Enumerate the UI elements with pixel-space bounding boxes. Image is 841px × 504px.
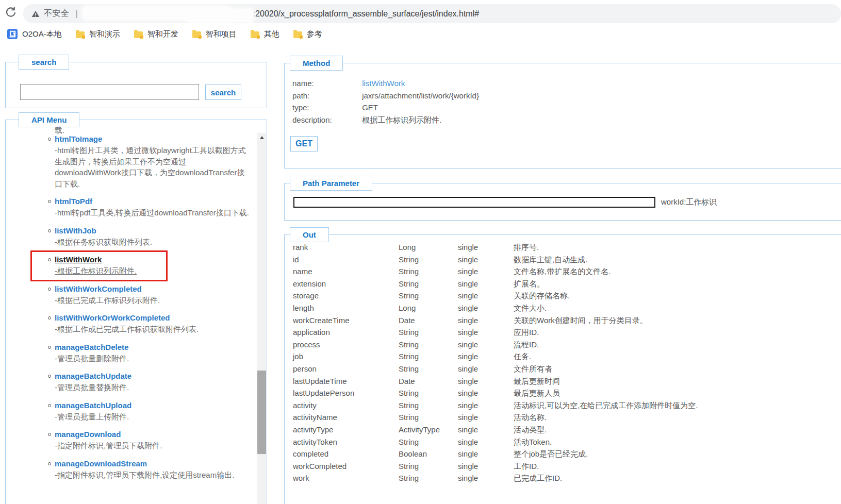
search-button[interactable]: search <box>205 85 241 100</box>
api-method-link[interactable]: listWithWorkCompleted <box>55 283 142 295</box>
api-method-link[interactable]: htmlToPdf <box>55 196 92 207</box>
out-table-row: person String single 文件所有者 <box>293 363 841 375</box>
out-field-cardinality: single <box>458 460 514 473</box>
api-method-link[interactable]: listWithJob <box>55 225 96 237</box>
scrollbar-thumb[interactable] <box>257 371 266 454</box>
out-field-type: String <box>399 460 458 473</box>
url-separator: | <box>76 9 78 19</box>
path-parameter-legend: Path Parameter <box>290 176 372 191</box>
out-field-type: Boolean <box>399 448 458 460</box>
bookmark-item[interactable]: 智和项目 <box>192 29 237 39</box>
method-detail-label: description: <box>292 114 360 126</box>
folder-icon <box>293 31 302 38</box>
api-menu-list: 载. htmlToImage -html转图片工具类，通过微软playwrigh… <box>6 121 257 504</box>
workid-input[interactable] <box>293 197 655 208</box>
api-menu-item[interactable]: listWithWorkOrWorkCompleted -根据工作或已完成工作标… <box>6 312 257 335</box>
out-field-description: 关联的Work创建时间，用于分类目录。 <box>514 314 841 327</box>
out-field-type: Date <box>399 375 458 388</box>
out-field-type: String <box>399 278 458 290</box>
scrollbar-up-arrow-icon[interactable] <box>257 133 266 142</box>
out-field-type: Date <box>399 314 458 327</box>
out-field-description: 流程ID. <box>514 339 841 351</box>
folder-icon <box>76 31 85 38</box>
out-field-cardinality: single <box>458 241 514 254</box>
api-menu-item[interactable]: manageBatchDelete -管理员批量删除附件. <box>6 342 257 364</box>
reload-icon[interactable] <box>5 6 17 19</box>
get-request-button[interactable]: GET <box>290 136 318 152</box>
out-table: rank Long single 排序号. id String single 数… <box>293 241 841 484</box>
circle-bullet-icon <box>48 288 51 291</box>
method-panel: Method name: listWithWork path: jaxrs/at… <box>284 63 841 169</box>
api-method-link[interactable]: htmlToImage <box>55 133 102 145</box>
menu-scrollbar[interactable] <box>257 133 266 504</box>
browser-toolbar: 不安全 | :20020/x_processplatform_assemble_… <box>0 0 841 24</box>
bookmark-item[interactable]: 智和演示 <box>76 29 120 39</box>
not-secure-label: 不安全 <box>44 8 70 19</box>
out-field-cardinality: single <box>458 424 514 436</box>
out-field-description: 文件大小. <box>514 302 841 314</box>
bookmark-label: 智和项目 <box>206 29 237 39</box>
out-field-description: 最后更新人员 <box>514 387 841 399</box>
api-method-link[interactable]: listWithWork <box>55 254 102 265</box>
api-menu-item[interactable]: htmlToImage -html转图片工具类，通过微软playwright工具… <box>6 133 257 189</box>
api-menu-item[interactable]: htmlToPdf -html转pdf工具类,转换后通过downloadTran… <box>6 196 257 219</box>
out-field-cardinality: single <box>458 339 514 351</box>
method-detail-value: listWithWork <box>362 79 405 88</box>
out-field-name: activityType <box>293 424 399 436</box>
out-field-cardinality: single <box>458 314 514 327</box>
out-field-name: activity <box>293 399 399 412</box>
path-parameter-panel: Path Parameter workId:工作标识 <box>284 183 841 221</box>
out-table-row: lastUpdatePerson String single 最后更新人员 <box>293 387 841 399</box>
method-detail-row: type: GET <box>292 102 479 114</box>
out-field-cardinality: single <box>458 399 514 412</box>
bookmark-item[interactable]: 参考 <box>293 29 322 39</box>
method-detail-label: path: <box>292 90 360 102</box>
out-field-cardinality: single <box>458 302 514 314</box>
api-method-description: -管理员批量上传附件. <box>55 411 251 423</box>
circle-bullet-icon <box>48 462 51 465</box>
api-method-link[interactable]: manageDownloadStream <box>55 458 147 469</box>
out-field-type: String <box>399 350 458 363</box>
api-method-link[interactable]: manageDownload <box>55 429 121 440</box>
out-field-description: 最后更新时间 <box>514 375 841 388</box>
address-bar[interactable]: 不安全 | :20020/x_processplatform_assemble_… <box>23 4 841 23</box>
method-detail-row: path: jaxrs/attachment/list/work/{workId… <box>292 90 479 102</box>
search-panel: search search <box>5 62 267 108</box>
api-menu-item[interactable]: listWithWorkCompleted -根据已完成工作标识列示附件. <box>6 283 257 306</box>
bookmark-label: 其他 <box>264 29 279 39</box>
api-menu-item[interactable]: manageBatchUpload -管理员批量上传附件. <box>6 400 257 423</box>
api-method-link[interactable]: manageBatchDelete <box>55 342 128 353</box>
api-menu-item[interactable]: listWithWork -根据工作标识列示附件. <box>6 254 257 277</box>
bookmark-item[interactable]: 智和开发 <box>134 29 178 39</box>
api-menu-item[interactable]: manageDownload -指定附件标识,管理员下载附件. <box>6 429 257 451</box>
out-field-cardinality: single <box>458 363 514 375</box>
api-method-link[interactable]: listWithWorkOrWorkCompleted <box>55 312 170 324</box>
bookmark-item[interactable]: O2OA-本地 <box>7 29 62 39</box>
out-field-type: String <box>399 326 458 339</box>
out-field-name: length <box>293 302 399 314</box>
out-field-type: String <box>399 290 458 302</box>
out-field-name: extension <box>293 278 399 290</box>
api-menu-item[interactable]: listWithJob -根据任务标识获取附件列表. <box>6 225 257 248</box>
api-menu-item[interactable]: manageDownloadStream -指定附件标识,管理员下载附件,设定使… <box>6 458 257 481</box>
api-menu-item[interactable]: manageBatchUpdate -管理员批量替换附件. <box>6 371 257 393</box>
out-table-row: workCompleted String single 工作ID. <box>293 460 841 473</box>
api-method-link[interactable]: manageBatchUpdate <box>55 371 131 382</box>
out-field-cardinality: single <box>458 254 514 266</box>
out-field-name: person <box>293 363 399 375</box>
out-field-type: Long <box>399 241 458 254</box>
api-method-description: -指定附件标识,管理员下载附件,设定使用stream输出. <box>55 469 251 481</box>
out-table-row: length Long single 文件大小. <box>293 302 841 314</box>
search-input[interactable] <box>20 84 199 100</box>
out-field-type: String <box>399 363 458 375</box>
out-field-cardinality: single <box>458 290 514 302</box>
out-field-name: activityName <box>293 411 399 424</box>
bookmark-item[interactable]: 其他 <box>251 29 279 39</box>
not-secure-warning-icon <box>31 10 40 18</box>
api-method-link[interactable]: manageBatchUpload <box>55 400 131 411</box>
out-table-row: application String single 应用ID. <box>293 326 841 339</box>
method-detail-value: jaxrs/attachment/list/work/{workId} <box>362 91 479 100</box>
out-field-type: Long <box>399 302 458 314</box>
api-method-description: -根据任务标识获取附件列表. <box>55 237 251 248</box>
method-detail-rows: name: listWithWork path: jaxrs/attachmen… <box>292 77 479 126</box>
